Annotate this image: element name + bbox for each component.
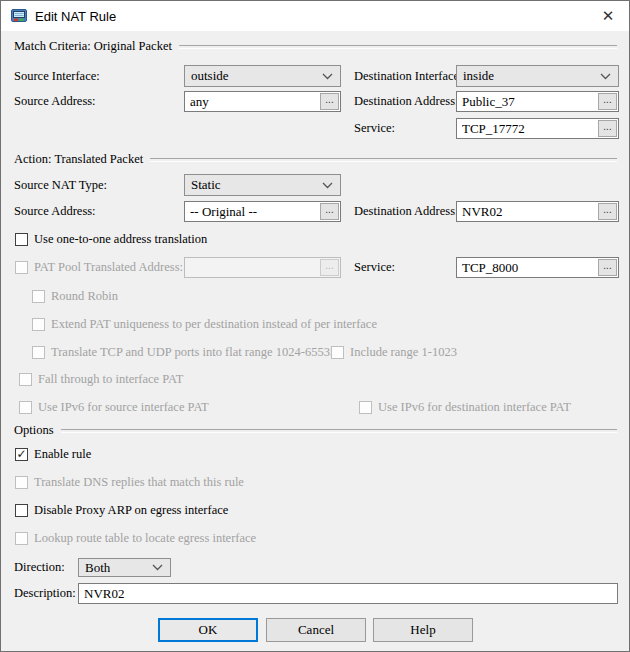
source-nat-type-dropdown[interactable]: Static [184,174,341,196]
translate-dns-checkbox-row: Translate DNS replies that match this ru… [15,475,244,490]
direction-dropdown[interactable]: Both [78,558,171,577]
round-robin-checkbox-row: Round Robin [32,289,118,304]
enable-rule-checkbox[interactable]: ✓ [15,448,28,461]
service-field: ... [456,118,619,139]
pat-pool-checkbox [15,261,28,274]
lookup-route-label: Lookup route table to locate egress inte… [34,531,256,546]
ellipsis-icon: ... [603,261,611,271]
source-address-browse-button[interactable]: ... [320,93,339,110]
one-to-one-label: Use one-to-one address translation [34,232,207,247]
translated-source-address-label: Source Address: [14,201,96,222]
direction-label: Direction: [14,558,65,577]
round-robin-label: Round Robin [51,289,118,304]
enable-rule-label: Enable rule [34,447,91,462]
translate-dns-label: Translate DNS replies that match this ru… [34,475,244,490]
titlebar: Edit NAT Rule ✕ [1,1,629,31]
section-header-action: Action: Translated Packet [14,152,617,167]
pat-pool-checkbox-row: PAT Pool Translated Address: [15,260,183,275]
description-input[interactable] [79,584,617,603]
chevron-down-icon [600,73,611,80]
ok-button[interactable]: OK [158,618,258,642]
ipv6-source-checkbox-row: Use IPv6 for source interface PAT [19,400,209,415]
service-input[interactable] [457,119,597,138]
description-field [78,583,618,604]
fall-through-checkbox [19,373,32,386]
cancel-button[interactable]: Cancel [266,618,366,642]
translated-destination-address-field: ... [456,201,619,222]
ellipsis-icon: ... [325,261,333,271]
source-interface-dropdown[interactable]: outside [184,65,341,87]
checkmark-icon: ✓ [16,449,26,459]
ipv6-source-label: Use IPv6 for source interface PAT [38,400,209,415]
destination-address-label: Destination Address: [354,91,459,112]
flat-range-label: Translate TCP and UDP ports into flat ra… [51,345,336,360]
flat-range-checkbox [32,346,45,359]
extend-pat-checkbox [32,318,45,331]
ellipsis-icon: ... [603,95,611,105]
service-browse-button[interactable]: ... [598,120,617,137]
source-nat-type-label: Source NAT Type: [14,174,107,196]
fall-through-checkbox-row: Fall through to interface PAT [19,372,183,387]
translated-destination-address-label: Destination Address: [354,201,459,222]
chevron-down-icon [152,564,163,571]
close-button[interactable]: ✕ [593,1,623,31]
enable-rule-checkbox-row[interactable]: ✓ Enable rule [15,447,91,462]
extend-pat-label: Extend PAT uniqueness to per destination… [51,317,377,332]
one-to-one-checkbox-row[interactable]: Use one-to-one address translation [15,232,207,247]
section-title: Options [14,423,54,438]
translated-destination-address-browse-button[interactable]: ... [598,203,617,220]
fall-through-label: Fall through to interface PAT [38,372,183,387]
translated-source-address-field: ... [184,201,341,222]
destination-interface-label: Destination Interface: [354,65,463,87]
chevron-down-icon [322,182,333,189]
window-title: Edit NAT Rule [35,9,116,24]
flat-range-checkbox-row: Translate TCP and UDP ports into flat ra… [32,345,336,360]
source-interface-label: Source Interface: [14,65,100,87]
ipv6-destination-label: Use IPv6 for destination interface PAT [378,400,571,415]
translated-service-input[interactable] [457,258,597,277]
section-divider [61,429,617,433]
one-to-one-checkbox[interactable] [15,233,28,246]
lookup-route-checkbox-row: Lookup route table to locate egress inte… [15,531,256,546]
disable-proxy-arp-checkbox[interactable] [15,504,28,517]
translated-source-address-browse-button[interactable]: ... [320,203,339,220]
include-range-checkbox-row: Include range 1-1023 [331,345,457,360]
ellipsis-icon: ... [603,122,611,132]
source-address-field: ... [184,91,341,112]
section-header-options: Options [14,423,617,438]
translated-service-field: ... [456,257,619,278]
ipv6-destination-checkbox-row: Use IPv6 for destination interface PAT [359,400,571,415]
dialog-body: Match Criteria: Original Packet Source I… [1,31,629,651]
ellipsis-icon: ... [325,205,333,215]
close-icon: ✕ [602,7,615,25]
lookup-route-checkbox [15,532,28,545]
section-divider [150,158,617,162]
destination-address-input[interactable] [457,92,597,111]
ipv6-destination-checkbox [359,401,372,414]
ellipsis-icon: ... [325,95,333,105]
translated-service-browse-button[interactable]: ... [598,259,617,276]
translated-source-address-input[interactable] [185,202,319,221]
service-label: Service: [354,118,395,139]
translated-destination-address-input[interactable] [457,202,597,221]
ipv6-source-checkbox [19,401,32,414]
ellipsis-icon: ... [603,205,611,215]
destination-address-browse-button[interactable]: ... [598,93,617,110]
disable-proxy-arp-checkbox-row[interactable]: Disable Proxy ARP on egress interface [15,503,228,518]
pat-pool-browse-button: ... [320,259,339,276]
extend-pat-checkbox-row: Extend PAT uniqueness to per destination… [32,317,377,332]
round-robin-checkbox [32,290,45,303]
section-title: Action: Translated Packet [14,152,143,167]
disable-proxy-arp-label: Disable Proxy ARP on egress interface [34,503,228,518]
section-divider [179,45,617,49]
chevron-down-icon [322,73,333,80]
pat-pool-field: ... [184,257,341,278]
edit-nat-rule-dialog: Edit NAT Rule ✕ Match Criteria: Original… [0,0,630,652]
app-icon [11,8,27,24]
section-title: Match Criteria: Original Packet [14,39,172,54]
translate-dns-checkbox [15,476,28,489]
destination-interface-dropdown[interactable]: inside [456,65,619,87]
include-range-checkbox [331,346,344,359]
help-button[interactable]: Help [373,618,473,642]
source-address-input[interactable] [185,92,319,111]
